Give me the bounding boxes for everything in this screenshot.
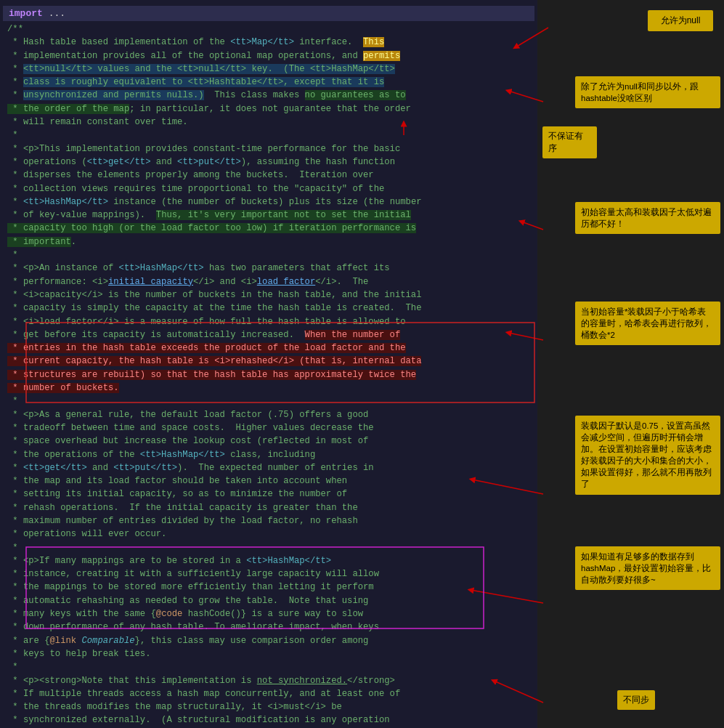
import-keyword: import (9, 8, 43, 19)
javadoc-comment: /** * Hash table based implementation of… (3, 21, 534, 728)
annotation-null: 允许为null (648, 10, 713, 31)
annotation-hashtable: 除了允许为null和同步以外，跟hashtable没啥区别 (575, 76, 720, 108)
annotation-async: 不同步 (617, 690, 655, 710)
code-area: import ... /** * Hash table based implem… (0, 0, 537, 728)
annotation-load-factor: 装载因子默认是0.75，设置高虽然会减少空间，但遍历时开销会增加。在设置初始容量… (575, 416, 720, 495)
annotation-order: 不保证有序 (542, 126, 597, 158)
annotation-rehash: 当初始容量*装载因子小于哈希表的容量时，哈希表会再进行散列，桶数会*2 (575, 302, 720, 345)
annotation-initial-capacity: 初始容量太高和装载因子太低对遍历都不好！ (575, 202, 720, 234)
annotations-panel: 允许为null 除了允许为null和同步以外，跟hashtable没啥区别 不保… (542, 0, 724, 728)
annotation-large-data: 如果知道有足够多的数据存到hashMap，最好设置初始容量，比自动散列要好很多~ (575, 546, 720, 590)
import-dots: ... (49, 8, 65, 19)
